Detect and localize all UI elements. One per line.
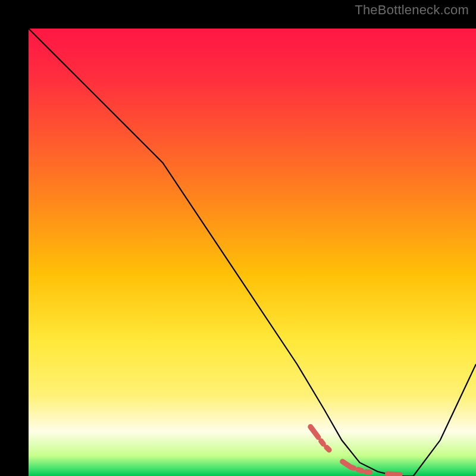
watermark-text: TheBottleneck.com xyxy=(355,2,469,18)
chart-svg xyxy=(29,29,476,476)
plot-area xyxy=(14,14,462,462)
